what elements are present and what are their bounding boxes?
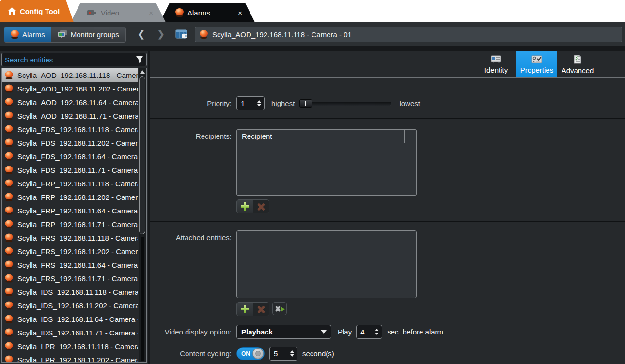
list-item[interactable]: Scylla_IDS_192.168.11.202 - Camera - 01 [2, 299, 138, 312]
attached-entities-list[interactable] [236, 230, 417, 298]
list-item[interactable]: Scylla_IDS_192.168.11.118 - Camera - 01 [2, 285, 138, 299]
entity-label: Scylla_FRS_192.168.11.118 - Camera - 01 [17, 234, 138, 242]
list-item[interactable]: Scylla_FDS_192.168.11.64 - Camera - 01 [2, 150, 138, 163]
scrollbar-thumb[interactable] [139, 76, 145, 234]
list-item[interactable]: Scylla_FDS_192.168.11.202 - Camera - 01 [2, 136, 138, 150]
list-item[interactable]: Scylla_FDS_192.168.11.118 - Camera - 01 [2, 122, 138, 136]
remove-attached-entity-button[interactable] [253, 303, 269, 316]
video-display-value: Playback [241, 328, 273, 336]
close-icon[interactable]: × [149, 9, 153, 16]
tab-video[interactable]: Video × [71, 3, 166, 22]
list-item[interactable]: Scylla_FRS_192.168.11.64 - Camera - 01 [2, 258, 138, 272]
alarm-bell-icon [175, 8, 184, 17]
list-item[interactable]: Scylla_FRP_192.168.11.64 - Camera - 01 [2, 204, 138, 217]
play-suffix-label: sec. before alarm [387, 328, 443, 336]
alarm-bell-icon [5, 315, 13, 323]
recipients-actions [236, 199, 269, 213]
back-arrow-icon[interactable]: ❮ [138, 29, 145, 40]
search-box [1, 53, 147, 66]
tab-identity[interactable]: Identity [476, 51, 516, 77]
recipients-label: Recipients: [160, 132, 232, 140]
home-icon [8, 7, 16, 15]
plus-icon [241, 305, 249, 313]
list-item[interactable]: Scylla_FRP_192.168.11.202 - Camera - 01 [2, 190, 138, 204]
toggle-knob[interactable] [252, 348, 264, 359]
add-attached-entity-button[interactable] [237, 303, 253, 316]
plus-icon [241, 202, 249, 211]
entity-label: Scylla_AOD_192.168.11.118 - Camera - 01 [17, 71, 138, 79]
entity-label: Scylla_IDS_192.168.11.64 - Camera - 01 [17, 315, 138, 323]
alarm-bell-icon [5, 301, 13, 309]
stepper-arrows-icon[interactable] [372, 329, 382, 335]
play-seconds-stepper[interactable]: 4 [356, 325, 382, 339]
stepper-arrows-icon[interactable] [254, 100, 264, 106]
view-button-monitor-groups-label: Monitor groups [71, 30, 119, 39]
panel-back-arrow-icon[interactable] [175, 29, 188, 40]
content-cycling-toggle[interactable]: ON [236, 347, 265, 360]
tab-properties[interactable]: Properties [516, 51, 557, 77]
view-button-monitor-groups[interactable]: Monitor groups [51, 27, 125, 42]
chevron-down-icon [321, 330, 327, 334]
list-item[interactable]: Scylla_LPR_192.168.11.118 - Camera - 01 [2, 339, 138, 353]
forward-arrow-icon[interactable]: ❯ [157, 29, 165, 40]
list-item[interactable]: Scylla_AOD_192.168.11.118 - Camera - 01 [2, 68, 138, 82]
attached-entities-row: Attached entities: [150, 230, 625, 316]
tab-advanced[interactable]: Advanced [557, 51, 598, 77]
go-to-entity-icon [275, 305, 284, 313]
go-to-entity-button[interactable] [272, 302, 287, 315]
tab-config-label: Config Tool [20, 7, 60, 15]
play-seconds-value: 4 [357, 328, 372, 336]
alarm-bell-icon [5, 152, 13, 160]
close-icon[interactable]: × [238, 9, 242, 16]
list-item[interactable]: Scylla_AOD_192.168.11.64 - Camera - 01 [2, 95, 138, 109]
entity-label: Scylla_FDS_192.168.11.202 - Camera - 01 [17, 139, 138, 147]
entity-sidebar: Scylla_AOD_192.168.11.118 - Camera - 01 … [0, 51, 148, 364]
list-item[interactable]: Scylla_FRS_192.168.11.118 - Camera - 01 [2, 231, 138, 244]
cycling-seconds-value: 5 [270, 349, 287, 358]
view-switcher: Alarms Monitor groups [4, 27, 126, 43]
tab-config-tool[interactable]: Config Tool [0, 0, 74, 22]
entity-label: Scylla_FRS_192.168.11.71 - Camera - 01 [17, 274, 138, 283]
list-item[interactable]: Scylla_IDS_192.168.11.71 - Camera - 01 [2, 326, 138, 339]
attached-entities-label: Attached entities: [160, 233, 232, 242]
alarm-bell-icon [5, 206, 13, 214]
remove-recipient-button[interactable] [253, 200, 269, 213]
priority-slider[interactable] [299, 99, 391, 108]
delete-x-icon [257, 305, 265, 313]
scroll-up-icon[interactable] [140, 70, 145, 74]
recipients-table[interactable]: Recipient [236, 129, 417, 196]
alarm-bell-icon [11, 30, 19, 39]
identity-card-icon [491, 55, 501, 63]
priority-stepper[interactable]: 1 [236, 96, 265, 110]
priority-value: 1 [237, 99, 254, 107]
toolbar: Alarms Monitor groups ❮ ❯ [0, 22, 625, 46]
cycling-seconds-stepper[interactable]: 5 [269, 347, 297, 361]
search-input[interactable] [5, 56, 136, 64]
delete-x-icon [257, 203, 265, 211]
list-item[interactable]: Scylla_IDS_192.168.11.64 - Camera - 01 [2, 312, 138, 326]
tab-alarms[interactable]: Alarms × [160, 3, 255, 22]
video-display-select[interactable]: Playback [236, 325, 331, 339]
list-item[interactable]: Scylla_FRP_192.168.11.71 - Camera - 01 [2, 217, 138, 231]
alarm-bell-icon [5, 355, 13, 363]
breadcrumb[interactable]: Scylla_AOD_192.168.11.118 - Camera - 01 [195, 27, 622, 42]
view-button-alarms[interactable]: Alarms [4, 27, 51, 42]
add-recipient-button[interactable] [237, 200, 253, 213]
list-item[interactable]: Scylla_FRS_192.168.11.71 - Camera - 01 [2, 272, 138, 285]
property-tabbar: Identity Properties [150, 51, 625, 78]
list-item[interactable]: Scylla_AOD_192.168.11.71 - Camera - 01 [2, 109, 138, 122]
list-item[interactable]: Scylla_AOD_192.168.11.202 - Camera - 01 [2, 82, 138, 95]
stepper-arrows-icon[interactable] [287, 350, 297, 357]
filter-funnel-icon[interactable] [136, 56, 143, 63]
alarm-bell-icon [5, 247, 13, 255]
window-tab-strip: Alarms × Video × Config Tool [0, 0, 625, 22]
list-item[interactable]: Scylla_FRS_192.168.11.202 - Camera - 01 [2, 244, 138, 258]
list-item[interactable]: Scylla_FRP_192.168.11.118 - Camera - 01 [2, 177, 138, 190]
entity-label: Scylla_FDS_192.168.11.64 - Camera - 01 [17, 152, 138, 161]
list-item[interactable]: Scylla_FDS_192.168.11.71 - Camera - 01 [2, 163, 138, 177]
alarm-bell-icon [5, 274, 13, 282]
slider-track[interactable] [299, 102, 391, 106]
scrollbar[interactable] [139, 68, 146, 362]
list-item[interactable]: Scylla_LPR_192.168.11.202 - Camera - 01 [2, 353, 138, 363]
slider-handle[interactable] [299, 99, 312, 108]
